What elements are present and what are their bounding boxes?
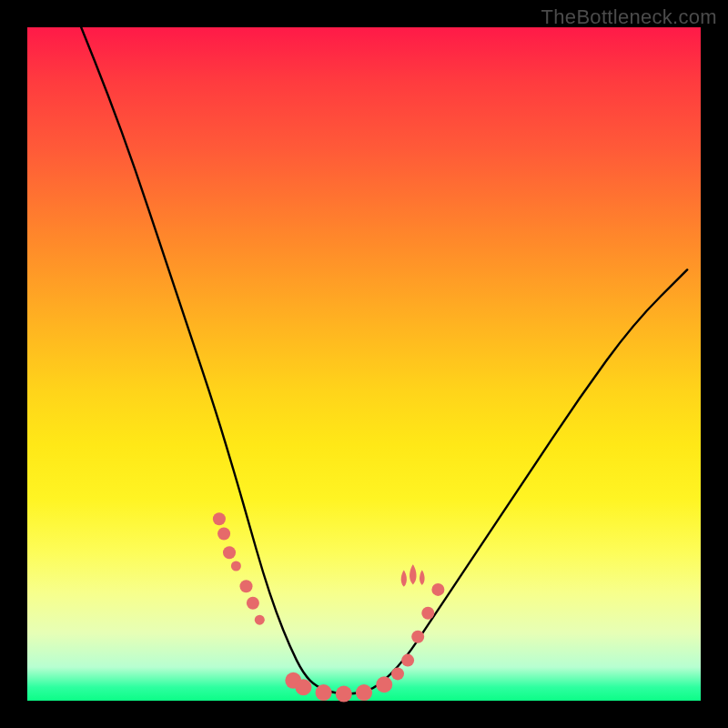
data-marker [231,561,241,571]
data-marker [316,684,332,701]
data-marker [421,607,434,620]
data-marker [295,679,311,695]
data-marker [223,546,236,559]
data-marker [376,676,392,693]
chart-frame: TheBottleneck.com [0,0,728,728]
data-marker [255,615,265,625]
data-marker [356,684,372,701]
fire-flame [420,570,425,585]
fire-flame [401,570,407,586]
data-marker [391,667,404,680]
curve-svg [27,27,701,701]
attribution-text: TheBottleneck.com [541,5,717,29]
data-marker [240,580,253,592]
plot-area [27,27,701,701]
fire-icon [401,564,425,586]
data-marker [336,686,352,703]
data-marker [411,631,424,643]
data-marker [431,583,444,596]
data-marker [217,527,230,540]
data-marker [213,512,226,525]
bottleneck-curve [81,27,687,694]
data-marker [247,597,259,610]
marker-group [213,512,445,702]
fire-flame [410,564,416,584]
data-marker [401,654,414,667]
